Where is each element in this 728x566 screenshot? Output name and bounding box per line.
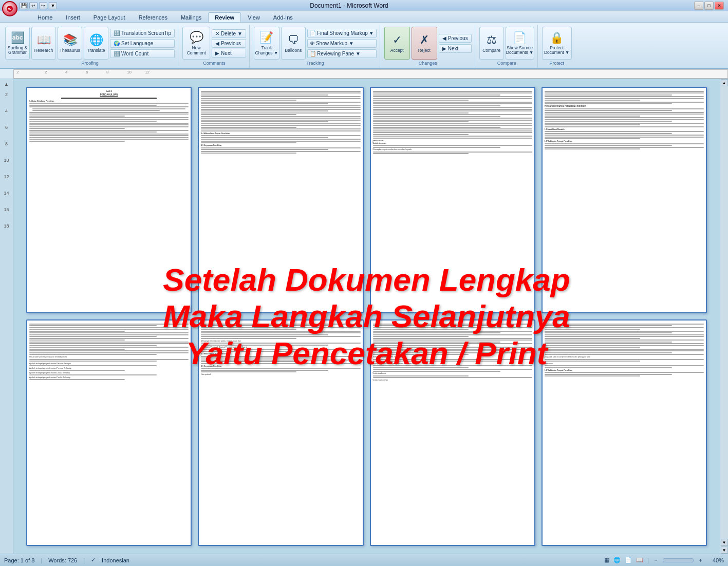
redo-qat-button[interactable]: ↪	[39, 2, 47, 9]
prev-change-icon: ◀	[442, 35, 446, 41]
previous-comment-button[interactable]: ◀ Previous	[212, 39, 246, 48]
compare-label: Compare	[497, 61, 516, 67]
translation-screentip-button[interactable]: 🔡 Translation ScreenTip	[110, 29, 175, 37]
reviewing-pane-dropdown[interactable]: 📋 Reviewing Pane ▼	[307, 49, 377, 58]
tab-pagelayout[interactable]: Page Layout	[87, 12, 132, 22]
spelling-grammar-button[interactable]: 🔤 Spelling & Grammar	[5, 27, 30, 60]
translate-icon: 🌐	[89, 33, 103, 47]
window-title: Document1 - Microsoft Word	[4, 2, 694, 9]
scroll-next-page-button[interactable]: ▼	[721, 546, 728, 554]
tab-review[interactable]: Review	[208, 12, 241, 22]
previous-change-button[interactable]: ◀ Previous	[439, 34, 472, 43]
undo-qat-button[interactable]: ↩	[29, 2, 38, 9]
page-thumb-1[interactable]: BAB 1 PENDAHULUAN 1.1 Latar Belakang Pen…	[26, 87, 192, 313]
office-button[interactable]: W	[2, 1, 17, 16]
reject-icon: ✗	[420, 33, 429, 47]
next-change-button[interactable]: ▶ Next	[439, 44, 472, 53]
language-icon: 🌍	[114, 41, 120, 46]
qat-more-button[interactable]: ▼	[49, 2, 57, 9]
reject-button[interactable]: ✗ Reject	[412, 27, 437, 60]
page-thumb-5[interactable]: Untuk itulah penulis pemasaran tembak pe…	[26, 319, 192, 546]
thesaurus-button[interactable]: 📚 Thesaurus	[58, 27, 82, 60]
markup-view-icon: 📄	[310, 30, 316, 36]
scroll-down-button[interactable]: ▼	[721, 539, 728, 546]
final-showing-markup-dropdown[interactable]: 📄 Final Showing Markup ▼	[307, 29, 377, 37]
next-change-icon: ▶	[442, 46, 446, 51]
ribbon-group-tracking: 📝 TrackChanges ▼ 🗨 Balloons 📄 Final Show…	[251, 25, 380, 68]
accept-button[interactable]: ✓ Accept	[384, 27, 410, 60]
page-thumb-2[interactable]: 1.4 Maksud dan Tujuan Penelitian 1.5 Keg…	[198, 87, 363, 313]
statusbar-right: ▦ 🌐 📄 📖 | － ＋ 40%	[604, 556, 724, 564]
ribbon-group-proofing: 🔤 Spelling & Grammar 📖 Research 📚 Thesau…	[2, 25, 178, 68]
next-comment-button[interactable]: ▶ Next	[212, 49, 246, 58]
research-icon: 📖	[37, 33, 51, 47]
word-count-status: Words: 726	[48, 557, 77, 563]
new-comment-button[interactable]: 💬 New Comment	[182, 27, 210, 60]
page-info: Page: 1 of 8	[4, 557, 34, 563]
tab-view[interactable]: View	[241, 12, 267, 22]
comment-icon: 💬	[190, 31, 203, 44]
maximize-button[interactable]: □	[704, 2, 714, 10]
zoom-slider[interactable]	[663, 558, 694, 562]
scroll-up-button[interactable]: ▲	[721, 79, 728, 86]
screentip-icon: 🔡	[114, 30, 120, 36]
tracking-label: Tracking	[306, 61, 324, 67]
ruler-area: 2 2 4 6 8 10 12	[0, 69, 728, 79]
tab-mailings[interactable]: Mailings	[174, 12, 208, 22]
balloons-button[interactable]: 🗨 Balloons	[281, 27, 306, 60]
document-canvas[interactable]: Setelah Dokumen Lengkap Maka Langkah Sel…	[13, 79, 720, 554]
minimize-button[interactable]: –	[694, 2, 703, 10]
comments-label: Comments	[203, 61, 226, 67]
show-markup-dropdown[interactable]: 👁 Show Markup ▼	[307, 39, 377, 48]
show-source-documents-button[interactable]: 📄 Show SourceDocuments ▼	[506, 27, 534, 60]
page-thumb-7[interactable]: Terhadap Pendapatan PT. Telkom Cianjur U…	[370, 319, 535, 546]
close-button[interactable]: ✕	[715, 2, 724, 10]
page-thumb-8[interactable]: yang baik antara manajemen Telkom dan pe…	[542, 319, 707, 546]
view-normal-icon[interactable]: ▦	[604, 557, 609, 563]
protect-label: Protect	[549, 61, 564, 67]
changes-label: Changes	[419, 61, 437, 67]
ribbon-group-changes: ✓ Accept ✗ Reject ◀ Previous ▶ Next Chan…	[381, 25, 475, 68]
compare-button[interactable]: ⚖ Compare	[479, 27, 504, 60]
track-icon: 📝	[259, 31, 273, 44]
protect-icon: 🔒	[550, 31, 564, 45]
vertical-scrollbar[interactable]: ▲ ▼ ▼	[720, 79, 728, 554]
track-changes-button[interactable]: 📝 TrackChanges ▼	[254, 27, 279, 60]
view-reading-icon[interactable]: 📖	[636, 557, 643, 563]
horizontal-ruler: 2 2 4 6 8 10 12	[13, 69, 728, 79]
wordcount-icon: 🔢	[114, 51, 120, 56]
proofing-label: Proofing	[81, 61, 99, 67]
delete-comment-button[interactable]: ✕ Delete ▼	[212, 29, 246, 38]
language-status[interactable]: Indonesian	[102, 557, 129, 563]
next-comment-icon: ▶	[215, 50, 219, 56]
spell-check-icon[interactable]: ✓	[91, 557, 96, 563]
zoom-out-button[interactable]: －	[653, 556, 659, 564]
tab-references[interactable]: References	[132, 12, 174, 22]
compare-icon: ⚖	[487, 33, 497, 47]
tab-insert[interactable]: Insert	[59, 12, 87, 22]
word-count-button[interactable]: 🔢 Word Count	[110, 49, 175, 58]
protect-document-button[interactable]: 🔒 ProtectDocument ▼	[542, 27, 572, 60]
set-language-button[interactable]: 🌍 Set Language	[110, 39, 175, 48]
translate-button[interactable]: 🌐 Translate	[84, 27, 108, 60]
research-button[interactable]: 📖 Research	[31, 27, 56, 60]
ribbon-group-comments: 💬 New Comment ✕ Delete ▼ ◀ Previous ▶ Ne…	[179, 25, 250, 68]
zoom-in-button[interactable]: ＋	[698, 556, 703, 564]
prev-comment-icon: ◀	[215, 41, 219, 46]
tab-addins[interactable]: Add-Ins	[267, 12, 300, 22]
save-qat-button[interactable]: 💾	[20, 2, 28, 9]
ribbon-group-protect: 🔒 ProtectDocument ▼ Protect	[539, 25, 575, 68]
view-web-icon[interactable]: 🌐	[613, 557, 621, 563]
thesaurus-icon: 📚	[63, 33, 77, 47]
source-docs-icon: 📄	[513, 31, 527, 45]
tab-home[interactable]: Home	[31, 12, 59, 22]
page-thumb-3[interactable]: pelaksanaan. Untuk simpulan Diharapkan d…	[370, 87, 535, 313]
page-thumb-6[interactable]: Mengingat keterbatasan waktu, tenaga, bi…	[198, 319, 363, 546]
pages-grid: BAB 1 PENDAHULUAN 1.1 Latar Belakang Pen…	[24, 84, 710, 549]
vertical-ruler: ▲ 2 4 6 8 10 12 14 16 18	[0, 79, 13, 554]
spelling-icon: 🔤	[11, 31, 25, 45]
delete-icon: ✕	[215, 31, 219, 36]
show-markup-icon: 👁	[310, 41, 315, 46]
view-print-icon[interactable]: 📄	[625, 557, 632, 563]
page-thumb-4[interactable]: PENGARUH STRATEGI PEMASARAN INTERNET 1.1…	[542, 87, 707, 313]
